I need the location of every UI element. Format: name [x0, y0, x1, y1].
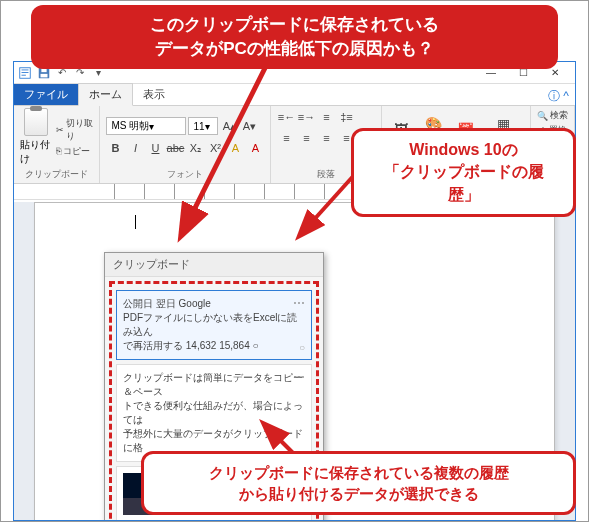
italic-button[interactable]: I: [126, 139, 144, 157]
clipboard-item[interactable]: ⋯ 公開日 翌日 Google PDFファイルにしかない表をExcelに読み込ん…: [116, 290, 312, 360]
pin-icon[interactable]: ○: [299, 341, 305, 355]
tab-home[interactable]: ホーム: [78, 83, 133, 106]
more-icon[interactable]: ⋯: [293, 295, 305, 312]
cut-button[interactable]: ✂切り取り: [56, 117, 93, 143]
tab-view[interactable]: 表示: [133, 84, 175, 105]
paste-icon: [24, 108, 48, 136]
copy-button[interactable]: ⎘コピー: [56, 145, 93, 158]
annotation-top: このクリップボードに保存されているデータがPCの性能低下の原因かも？: [31, 5, 558, 69]
tab-file[interactable]: ファイル: [14, 84, 78, 105]
svg-rect-8: [41, 73, 48, 77]
more-icon[interactable]: ⋯: [293, 369, 305, 386]
text-cursor: [135, 215, 136, 229]
search-icon: 🔍: [537, 111, 548, 121]
svg-rect-9: [41, 68, 46, 72]
svg-rect-6: [22, 74, 26, 75]
line-spacing-button[interactable]: ‡≡: [337, 108, 355, 126]
arrow-top: [181, 56, 301, 250]
annotation-right: Windows 10の「クリップボードの履歴」: [351, 128, 576, 217]
paste-label: 貼り付け: [20, 138, 52, 166]
bold-button[interactable]: B: [106, 139, 124, 157]
group-clipboard: 貼り付け ✂切り取り ⎘コピー クリップボード: [14, 106, 100, 183]
underline-button[interactable]: U: [146, 139, 164, 157]
svg-rect-5: [22, 72, 29, 73]
svg-rect-4: [22, 69, 29, 70]
annotation-bottom: クリップボードに保存されている複数の履歴から貼り付けるデータが選択できる: [141, 451, 576, 515]
clipboard-panel-title: クリップボード: [105, 253, 323, 277]
scissors-icon: ✂: [56, 125, 64, 135]
find-button[interactable]: 🔍検索: [537, 109, 568, 122]
help-icon[interactable]: ⓘ ^: [542, 88, 575, 105]
paste-button[interactable]: 貼り付け: [20, 108, 52, 166]
font-name-select[interactable]: MS 明朝 ▾: [106, 117, 186, 135]
bullets-button[interactable]: ≡: [317, 108, 335, 126]
copy-icon: ⎘: [56, 146, 61, 156]
app-icon: [18, 66, 32, 80]
clipboard-group-label: クリップボード: [20, 166, 93, 181]
svg-line-1: [311, 173, 356, 223]
align-right-button[interactable]: ≡: [317, 129, 335, 147]
svg-line-0: [191, 56, 271, 216]
